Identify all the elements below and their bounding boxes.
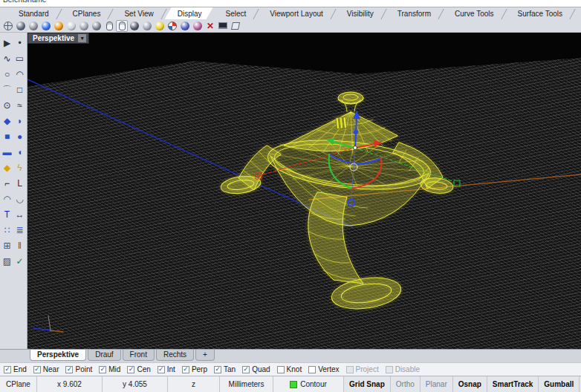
cancel-display-icon[interactable]: ✕: [204, 20, 216, 32]
osnap-mid[interactable]: Mid: [99, 365, 120, 373]
wireframe-display-icon[interactable]: [2, 20, 14, 32]
tab-viewport-layout[interactable]: Viewport Layout: [257, 7, 334, 19]
gold-material-display-icon[interactable]: [53, 20, 65, 32]
viewport-tab-front[interactable]: Front: [123, 350, 155, 361]
tab-select[interactable]: Select: [213, 7, 258, 19]
blend-tool-icon[interactable]: ◠: [1, 191, 13, 206]
osnap-project[interactable]: Project: [346, 365, 379, 373]
osnap-int-checkbox[interactable]: [158, 366, 165, 373]
pointer-tool-icon[interactable]: ▶: [1, 35, 13, 50]
revolve-tool-icon[interactable]: ◗: [13, 113, 26, 128]
osnap-point-checkbox[interactable]: [65, 366, 73, 373]
osnap-int[interactable]: Int: [158, 365, 175, 373]
surface-tool-icon[interactable]: ◆: [1, 113, 13, 128]
polygon-tool-icon[interactable]: □: [13, 82, 26, 97]
osnap-cen-checkbox[interactable]: [127, 366, 134, 373]
chamfer-tool-icon[interactable]: L: [13, 175, 26, 191]
osnap-cen[interactable]: Cen: [127, 365, 150, 373]
text-tool-icon[interactable]: T: [1, 206, 13, 222]
tab-solid-tools[interactable]: Solid Tools: [574, 7, 581, 19]
rectangle-tool-icon[interactable]: ▭: [13, 50, 26, 66]
osnap-tan[interactable]: Tan: [214, 365, 236, 373]
explode-tool-icon[interactable]: ϟ: [13, 160, 26, 175]
arc-tool-icon[interactable]: ◠: [13, 66, 26, 82]
fullscreen-display-icon[interactable]: [217, 20, 229, 32]
osnap-tan-checkbox[interactable]: [214, 366, 221, 373]
osnap-near-checkbox[interactable]: [33, 366, 41, 373]
status-toggle-smarttrack[interactable]: SmartTrack: [487, 376, 539, 392]
status-toggle-osnap[interactable]: Osnap: [453, 376, 487, 392]
plane-tool-icon[interactable]: ▬: [1, 144, 13, 160]
polyline-tool-icon[interactable]: ∿: [1, 50, 13, 66]
pipe-tool-icon[interactable]: ◡: [13, 191, 26, 206]
technical-ball-icon[interactable]: [91, 20, 103, 32]
rendered-display-icon[interactable]: [40, 20, 52, 32]
pen-display-icon[interactable]: [141, 20, 153, 32]
fillet-tool-icon[interactable]: ⌐: [1, 175, 13, 191]
status-toggle-ortho[interactable]: Ortho: [391, 376, 421, 392]
tab-curve-tools[interactable]: Curve Tools: [442, 7, 505, 19]
osnap-knot[interactable]: Knot: [277, 365, 302, 373]
osnap-perp[interactable]: Perp: [182, 365, 207, 373]
status-cplane[interactable]: CPlane: [0, 376, 37, 392]
boolean-tool-icon[interactable]: ◆: [1, 160, 13, 175]
status-toggle-gumball[interactable]: Gumball: [539, 376, 580, 392]
curve-tool-icon[interactable]: ⌒: [1, 82, 13, 97]
loft-tool-icon[interactable]: ◖: [13, 144, 26, 160]
osnap-knot-checkbox[interactable]: [277, 366, 285, 373]
osnap-end[interactable]: End: [4, 365, 27, 373]
osnap-quad[interactable]: Quad: [242, 365, 270, 373]
osnap-point[interactable]: Point: [65, 365, 92, 373]
viewport-title[interactable]: Perspektive ▼: [27, 33, 89, 44]
ghosted-display-icon[interactable]: [65, 20, 77, 32]
yellow-ball-display-icon[interactable]: [154, 20, 166, 32]
check-tool-icon[interactable]: ✓: [13, 253, 26, 269]
viewport-tab-[interactable]: +: [195, 350, 215, 361]
osnap-vertex-checkbox[interactable]: [308, 366, 316, 373]
shaded-gray-display-icon[interactable]: [27, 20, 39, 32]
osnap-perp-checkbox[interactable]: [182, 366, 189, 373]
osnap-disable-checkbox[interactable]: [386, 366, 393, 373]
artistic-display-icon[interactable]: [129, 20, 140, 32]
helix-tool-icon[interactable]: ≈: [13, 97, 26, 113]
hatch-tool-icon[interactable]: ▨: [1, 253, 13, 269]
mouse-icon[interactable]: [103, 20, 115, 32]
point-tool-icon[interactable]: •: [13, 35, 26, 50]
mouse-pressed-icon[interactable]: [116, 20, 128, 32]
gumball-z-dot[interactable]: [354, 130, 358, 134]
backface-icon[interactable]: [192, 20, 204, 32]
xray-display-icon[interactable]: [78, 20, 90, 32]
osnap-vertex[interactable]: Vertex: [308, 365, 339, 373]
sphere-tool-icon[interactable]: ●: [13, 128, 26, 144]
grid-tool-icon[interactable]: ⊞: [1, 238, 13, 253]
wire-box-display-icon[interactable]: [230, 20, 241, 32]
osnap-disable[interactable]: Disable: [386, 365, 420, 373]
osnap-near[interactable]: Near: [33, 365, 59, 373]
perspective-viewport[interactable]: Perspektive ▼: [27, 33, 581, 349]
tab-standard[interactable]: Standard: [6, 7, 60, 19]
viewport-tab-drauf[interactable]: Drauf: [88, 350, 120, 361]
circle-tool-icon[interactable]: ○: [1, 66, 13, 82]
osnap-project-checkbox[interactable]: [346, 366, 354, 373]
osnap-end-checkbox[interactable]: [4, 366, 11, 373]
wireframe-model[interactable]: [220, 92, 454, 313]
status-toggle-grid-snap[interactable]: Grid Snap: [344, 376, 391, 392]
osnap-mid-checkbox[interactable]: [99, 366, 106, 373]
array-path-tool-icon[interactable]: ≣: [13, 222, 26, 238]
viewport-tab-rechts[interactable]: Rechts: [156, 350, 194, 361]
gumball-origin[interactable]: [354, 146, 357, 150]
tab-visibility[interactable]: Visibility: [334, 7, 385, 19]
osnap-quad-checkbox[interactable]: [242, 366, 250, 373]
raytrace-display-icon[interactable]: [166, 20, 178, 32]
array-tool-icon[interactable]: ∷: [1, 222, 13, 238]
flat-shade-icon[interactable]: [179, 20, 191, 32]
tab-display[interactable]: Display: [165, 7, 213, 19]
tab-transform[interactable]: Transform: [385, 7, 442, 19]
box-tool-icon[interactable]: ■: [1, 128, 13, 144]
command-line[interactable]: Befehlsname: [0, 0, 581, 7]
tab-set-view[interactable]: Set View: [111, 7, 164, 19]
status-contour[interactable]: Contour: [273, 376, 344, 392]
viewport-tab-perspektive[interactable]: Perspektive: [30, 350, 86, 361]
shaded-display-icon[interactable]: [15, 20, 27, 32]
tab-surface-tools[interactable]: Surface Tools: [505, 7, 574, 19]
